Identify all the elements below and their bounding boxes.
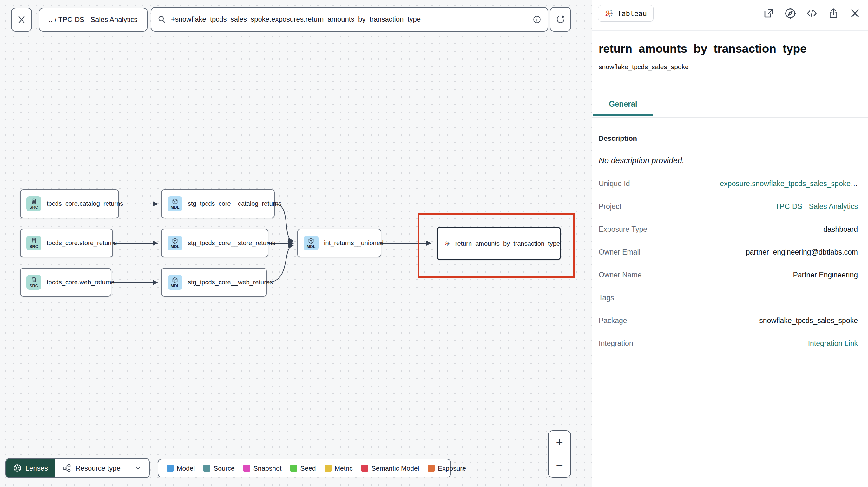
node-model-int-returns-unioned[interactable]: MDL int_returns__unioned xyxy=(297,229,381,257)
resource-type-label: Resource type xyxy=(75,464,121,473)
breadcrumb[interactable]: .. / TPC-DS - Sales Analytics xyxy=(39,8,148,32)
legend-item-semantic-model: Semantic Model xyxy=(361,464,420,472)
field-label: Owner Name xyxy=(599,271,642,279)
metric-color-swatch xyxy=(324,465,332,472)
node-source-web-returns[interactable]: SRC tpcds_core.web_returns xyxy=(20,268,111,297)
model-badge-label: MDL xyxy=(170,205,179,209)
field-label: Exposure Type xyxy=(599,225,647,234)
exposure-package-subtitle: snowflake_tpcds_sales_spoke xyxy=(599,63,689,71)
node-model-stg-web-returns[interactable]: MDL stg_tpcds_core__web_returns xyxy=(161,268,267,297)
close-panel-button[interactable] xyxy=(849,7,861,19)
field-label: Package xyxy=(599,317,627,325)
panel-action-icons xyxy=(763,7,861,19)
seed-color-swatch xyxy=(290,465,297,472)
lineage-canvas[interactable]: SRC tpcds_core.catalog_returns SRC tpcds… xyxy=(0,0,592,487)
share-button[interactable] xyxy=(827,7,839,19)
resource-type-icon xyxy=(62,464,71,473)
model-badge-label: MDL xyxy=(170,245,179,249)
unique-id-ellipsis: … xyxy=(850,180,858,188)
field-value: TPC-DS - Sales Analytics xyxy=(775,202,858,211)
source-badge-label: SRC xyxy=(30,245,38,249)
close-graph-button[interactable] xyxy=(11,8,32,32)
search-input[interactable] xyxy=(171,15,528,24)
info-icon[interactable] xyxy=(533,15,541,24)
tab-general[interactable]: General xyxy=(593,100,653,116)
model-badge-label: MDL xyxy=(307,245,315,249)
details-panel-header: Tableau xyxy=(598,4,861,22)
source-badge: SRC xyxy=(26,275,41,290)
field-label: Project xyxy=(599,202,621,211)
field-label: Integration xyxy=(599,339,633,348)
model-badge: MDL xyxy=(167,275,182,290)
chevron-down-icon xyxy=(134,465,142,472)
field-row-owner-email: Owner Email partner_engineering@dbtlabs.… xyxy=(599,241,858,263)
database-icon xyxy=(30,237,37,244)
cube-icon xyxy=(172,198,178,205)
lineage-selector-bar xyxy=(151,7,548,32)
lenses-label: Lenses xyxy=(25,464,48,473)
node-label: tpcds_core.catalog_returns xyxy=(46,200,123,207)
unique-id-link[interactable]: exposure.snowflake_tpcds_sales_spoke xyxy=(720,180,850,188)
exposure-fields: Unique Id exposure.snowflake_tpcds_sales… xyxy=(599,172,858,355)
field-value: Partner Engineering xyxy=(793,271,858,279)
database-icon xyxy=(30,198,37,205)
search-icon xyxy=(158,15,166,24)
node-label: stg_tpcds_core__web_returns xyxy=(188,279,273,286)
legend-item-exposure: Exposure xyxy=(428,464,466,472)
resource-legend: Model Source Snapshot Seed Metric Semant… xyxy=(158,459,451,478)
node-source-catalog-returns[interactable]: SRC tpcds_core.catalog_returns xyxy=(20,189,119,218)
integration-link[interactable]: Integration Link xyxy=(808,339,858,348)
field-value: Integration Link xyxy=(808,339,858,348)
node-exposure-return-amounts[interactable]: return_amounts_by_transaction_type xyxy=(437,227,561,260)
source-badge-label: SRC xyxy=(30,205,38,209)
node-model-stg-store-returns[interactable]: MDL stg_tpcds_core__store_returns xyxy=(161,229,269,257)
resource-type-dropdown[interactable]: Resource type xyxy=(55,459,149,478)
field-value: partner_engineering@dbtlabs.com xyxy=(746,248,858,257)
cube-icon xyxy=(172,277,178,284)
source-badge: SRC xyxy=(26,196,41,211)
legend-label: Snapshot xyxy=(253,464,282,472)
source-color-swatch xyxy=(204,465,210,472)
zoom-out-button[interactable]: − xyxy=(549,454,570,477)
model-badge: MDL xyxy=(167,196,182,211)
zoom-in-button[interactable]: + xyxy=(549,431,570,454)
field-label: Owner Email xyxy=(599,248,641,257)
field-row-integration: Integration Integration Link xyxy=(599,332,858,355)
project-link[interactable]: TPC-DS - Sales Analytics xyxy=(775,202,858,210)
node-label: stg_tpcds_core__catalog_returns xyxy=(188,200,282,207)
details-panel: Tableau xyxy=(592,0,868,487)
source-badge: SRC xyxy=(26,235,41,251)
zoom-control: + − xyxy=(548,430,571,478)
legend-label: Semantic Model xyxy=(372,464,420,472)
model-badge: MDL xyxy=(167,235,182,251)
field-value: dashboard xyxy=(823,225,858,234)
node-label: tpcds_core.store_returns xyxy=(46,239,117,247)
legend-label: Model xyxy=(177,464,195,472)
tableau-badge-label: Tableau xyxy=(617,9,647,18)
field-value: exposure.snowflake_tpcds_sales_spoke… xyxy=(720,180,858,188)
view-code-button[interactable] xyxy=(806,7,818,19)
node-model-stg-catalog-returns[interactable]: MDL stg_tpcds_core__catalog_returns xyxy=(161,189,275,218)
node-label: stg_tpcds_core__store_returns xyxy=(188,239,275,247)
legend-item-model: Model xyxy=(166,464,195,472)
open-external-button[interactable] xyxy=(763,7,775,19)
field-row-exposure-type: Exposure Type dashboard xyxy=(599,218,858,241)
external-link-icon xyxy=(763,8,774,19)
lenses-aperture-icon xyxy=(13,464,22,473)
legend-label: Source xyxy=(214,464,235,472)
code-icon xyxy=(806,7,818,19)
refresh-button[interactable] xyxy=(550,7,571,32)
breadcrumb-label: .. / TPC-DS - Sales Analytics xyxy=(49,15,138,24)
node-label: int_returns__unioned xyxy=(324,239,383,247)
legend-item-source: Source xyxy=(204,464,235,472)
node-label: return_amounts_by_transaction_type xyxy=(455,240,560,247)
field-label: Tags xyxy=(599,294,614,302)
panel-divider xyxy=(592,30,868,31)
explore-lineage-button[interactable] xyxy=(784,7,796,19)
snapshot-color-swatch xyxy=(243,465,250,472)
field-value: snowflake_tpcds_sales_spoke xyxy=(759,317,858,325)
legend-item-snapshot: Snapshot xyxy=(243,464,282,472)
cube-icon xyxy=(308,237,314,244)
lenses-button[interactable]: Lenses xyxy=(6,459,55,478)
node-source-store-returns[interactable]: SRC tpcds_core.store_returns xyxy=(20,229,113,257)
